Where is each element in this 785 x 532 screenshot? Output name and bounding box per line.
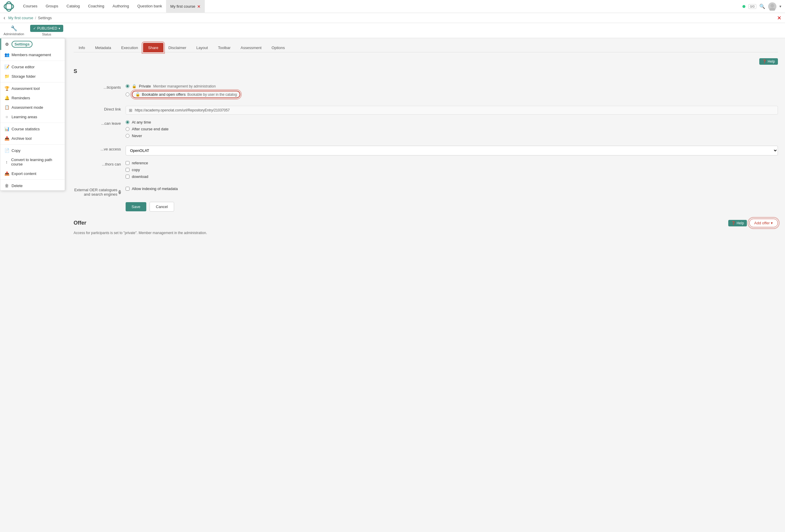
oer-indexing[interactable]: Allow indexing of metadata — [126, 186, 778, 191]
dropdown-menu: ⚙ Settings 👥 Members management 📝 Course… — [0, 38, 65, 191]
course-tab-label: My first course — [170, 4, 195, 8]
sidebar-item-delete[interactable]: 🗑 Delete — [0, 181, 65, 191]
export-label: Export content — [11, 172, 36, 176]
breadcrumb-course-link[interactable]: My first course — [8, 16, 33, 20]
tab-metadata[interactable]: Metadata — [90, 43, 116, 52]
tab-toolbar[interactable]: Toolbar — [213, 43, 235, 52]
user-menu-arrow[interactable]: ▾ — [779, 4, 782, 8]
course-stats-icon: 📊 — [4, 126, 9, 131]
sidebar-item-assessment-mode[interactable]: 📋 Assessment mode — [0, 103, 65, 112]
search-icon[interactable]: 🔍 — [759, 3, 765, 9]
sidebar-item-copy[interactable]: 📄 Copy — [0, 146, 65, 155]
reference-checkbox[interactable] — [126, 161, 129, 165]
tab-options[interactable]: Options — [267, 43, 290, 52]
private-option[interactable]: 🔒 Private Member management by administr… — [126, 84, 778, 88]
direct-link-row: Direct link ⊞ https://academy.openolat.c… — [74, 106, 778, 115]
authors-copy[interactable]: copy — [126, 168, 778, 172]
close-course-tab[interactable]: ✕ — [197, 4, 201, 9]
sidebar-item-members[interactable]: 👥 Members management — [0, 50, 65, 59]
leave-enddate[interactable]: After course end date — [126, 127, 778, 131]
sidebar-item-assessment-tool[interactable]: 🏆 Assessment tool — [0, 84, 65, 93]
tab-info[interactable]: Info — [74, 43, 90, 52]
tab-execution[interactable]: Execution — [116, 43, 143, 52]
sidebar-item-archive-tool[interactable]: 📥 Archive tool — [0, 134, 65, 143]
sidebar-item-export[interactable]: 📤 Export content — [0, 169, 65, 178]
add-offer-button[interactable]: Add offer ▾ — [749, 219, 778, 227]
private-radio[interactable] — [126, 84, 129, 88]
oer-indexing-checkbox[interactable] — [126, 187, 129, 191]
nav-authoring[interactable]: Authoring — [108, 0, 133, 13]
cancel-button[interactable]: Cancel — [150, 202, 174, 211]
leave-anytime-label: At any time — [132, 120, 151, 124]
sidebar: ⚙ Settings 👥 Members management 📝 Course… — [0, 38, 67, 532]
direct-link-box: ⊞ https://academy.openolat.com/url/Repos… — [126, 106, 778, 115]
direct-link-url[interactable]: https://academy.openolat.com/url/Reposit… — [135, 108, 230, 112]
download-checkbox[interactable] — [126, 175, 129, 178]
save-button[interactable]: Save — [126, 202, 146, 211]
sidebar-item-reminders[interactable]: 🔔 Reminders — [0, 93, 65, 103]
leave-never-radio[interactable] — [126, 134, 129, 138]
leave-never[interactable]: Never — [126, 134, 778, 138]
back-button[interactable]: ‹ — [3, 15, 5, 21]
nav-coaching[interactable]: Coaching — [84, 0, 108, 13]
bookable-radio[interactable] — [126, 93, 129, 96]
archive-tool-icon: 📥 — [4, 136, 9, 141]
admin-bar-administration[interactable]: 🔧 Administration — [3, 25, 24, 36]
app-logo[interactable] — [3, 1, 14, 12]
leave-anytime-radio[interactable] — [126, 120, 129, 124]
nav-question-bank[interactable]: Question bank — [133, 0, 166, 13]
leave-anytime[interactable]: At any time — [126, 120, 778, 124]
direct-link-label: Direct link — [74, 106, 121, 111]
copy-label: Copy — [11, 148, 20, 153]
leave-enddate-radio[interactable] — [126, 127, 129, 131]
direct-link-control: ⊞ https://academy.openolat.com/url/Repos… — [126, 106, 778, 115]
lock-icon: 🔒 — [132, 84, 136, 88]
tab-share[interactable]: Share — [143, 43, 163, 52]
tab-layout[interactable]: Layout — [191, 43, 213, 52]
copy-checkbox[interactable] — [126, 168, 129, 172]
settings-icon: ⚙ — [4, 42, 9, 47]
exclusive-access-select[interactable]: OpenOLAT All authenticated users Guests — [126, 146, 778, 155]
breadcrumb-current: Settings — [38, 16, 52, 20]
nav-my-first-course[interactable]: My first course ✕ — [166, 0, 205, 13]
tab-assessment[interactable]: Assessment — [235, 43, 267, 52]
authors-can-options: reference copy download — [126, 161, 778, 181]
close-breadcrumb[interactable]: ✕ — [777, 15, 782, 21]
authors-reference[interactable]: reference — [126, 161, 778, 165]
reminders-label: Reminders — [11, 96, 30, 100]
storage-icon: 📁 — [4, 74, 9, 79]
convert-label: Convert to learning path course — [11, 157, 60, 167]
nav-right-actions: 0/0 🔍 ▾ — [742, 2, 782, 11]
copy-icon: 📄 — [4, 148, 9, 153]
authors-can-label: ...thors can — [74, 161, 121, 167]
authors-download[interactable]: download — [126, 174, 778, 179]
oer-help-icon[interactable]: ? — [119, 190, 121, 194]
check-icon: ✓ — [33, 26, 36, 30]
sidebar-item-course-editor[interactable]: 📝 Course editor — [0, 62, 65, 72]
assessment-mode-label: Assessment mode — [11, 105, 43, 110]
sidebar-item-storage[interactable]: 📁 Storage folder — [0, 72, 65, 81]
participants-options: 🔒 Private Member management by administr… — [126, 84, 778, 101]
nav-groups[interactable]: Groups — [41, 0, 62, 13]
published-button[interactable]: ✓ PUBLISHED ▾ — [30, 25, 63, 32]
help-button[interactable]: ❓ Help — [759, 58, 778, 65]
nav-catalog[interactable]: Catalog — [62, 0, 84, 13]
sidebar-item-settings[interactable]: ⚙ Settings — [0, 39, 65, 50]
breadcrumb-separator: / — [35, 16, 36, 20]
offer-footer-note: Access for participants is set to "priva… — [74, 231, 778, 235]
section-title: S — [74, 68, 77, 74]
user-avatar[interactable] — [768, 2, 777, 11]
download-label: download — [132, 174, 148, 179]
breadcrumb: ‹ My first course / Settings ✕ — [0, 13, 785, 23]
bookable-option[interactable]: 🔓 Bookable and open offers Bookable by u… — [126, 91, 778, 98]
oer-control: Allow indexing of metadata — [126, 186, 778, 193]
tab-disclaimer[interactable]: Disclaimer — [163, 43, 192, 52]
sidebar-item-course-stats[interactable]: 📊 Course statistics — [0, 124, 65, 134]
status-dropdown-arrow[interactable]: ▾ — [58, 27, 60, 30]
sidebar-item-learning-areas[interactable]: ○ Learning areas — [0, 112, 65, 122]
sidebar-item-convert[interactable]: ↕ Convert to learning path course — [0, 155, 65, 169]
exclusive-access-label: ...ve access — [74, 146, 121, 151]
nav-courses[interactable]: Courses — [19, 0, 41, 13]
offer-help-button[interactable]: ❓ Help — [728, 220, 747, 226]
authors-can-row: ...thors can reference copy download — [74, 161, 778, 181]
